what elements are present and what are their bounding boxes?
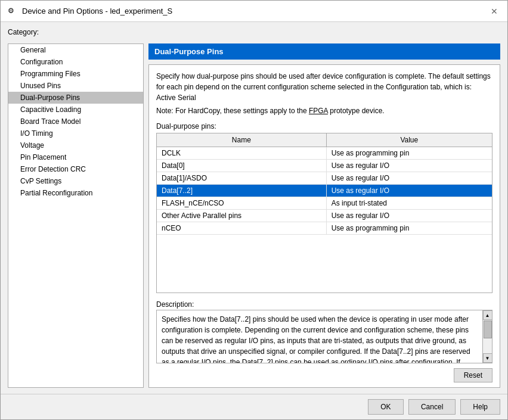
pin-name: Data[7..2] — [157, 185, 326, 197]
col-name: Name — [157, 133, 326, 147]
close-button[interactable]: ✕ — [488, 5, 500, 17]
pin-name: Other Active Parallel pins — [157, 210, 326, 222]
cancel-button[interactable]: Cancel — [408, 399, 456, 415]
description-section: Description: Specifies how the Data[7..2… — [149, 298, 500, 368]
pins-table-body: DCLKUse as programming pinData[0]Use as … — [157, 147, 492, 235]
dialog-body: Category: GeneralConfigurationProgrammin… — [1, 22, 507, 394]
table-row[interactable]: DCLKUse as programming pin — [157, 147, 492, 160]
content-panel: Dual-Purpose Pins Specify how dual-purpo… — [148, 43, 500, 388]
sidebar-item-io-timing[interactable]: I/O Timing — [8, 127, 143, 139]
dialog-footer: OK Cancel Help — [1, 394, 507, 419]
sidebar-item-voltage[interactable]: Voltage — [8, 139, 143, 151]
pin-value: Use as regular I/O — [326, 185, 492, 197]
dialog-title: Device and Pin Options - led_experiment_… — [22, 7, 172, 15]
table-row[interactable]: Data[0]Use as regular I/O — [157, 160, 492, 172]
description-text: Specifies how the Data[7..2] pins should… — [157, 310, 482, 363]
pin-value: Use as regular I/O — [326, 172, 492, 185]
table-row[interactable]: Data[7..2]Use as regular I/O — [157, 185, 492, 197]
pin-value: Use as regular I/O — [326, 160, 492, 172]
scrollbar-up-button[interactable]: ▲ — [483, 310, 492, 320]
sidebar-item-programming-files[interactable]: Programming Files — [8, 68, 143, 80]
pin-name: DCLK — [157, 147, 326, 160]
sidebar-item-dual-purpose-pins[interactable]: Dual-Purpose Pins — [8, 92, 143, 104]
fpga-link: FPGA — [309, 107, 328, 115]
scrollbar-down-button[interactable]: ▼ — [483, 353, 492, 363]
col-value: Value — [326, 133, 492, 147]
pin-value: Use as regular I/O — [326, 210, 492, 222]
pin-value: Use as programming pin — [326, 222, 492, 235]
table-row[interactable]: FLASH_nCE/nCSOAs input tri-stated — [157, 197, 492, 210]
reset-button[interactable]: Reset — [454, 368, 492, 382]
pins-table-container: Name Value DCLKUse as programming pinDat… — [156, 133, 492, 293]
main-content: GeneralConfigurationProgramming FilesUnu… — [8, 43, 500, 388]
description-scrollbar[interactable]: ▲ ▼ — [482, 310, 492, 363]
table-header-row: Name Value — [157, 133, 492, 147]
pin-name: FLASH_nCE/nCSO — [157, 197, 326, 210]
sidebar-item-general[interactable]: General — [8, 44, 143, 56]
pins-table: Name Value DCLKUse as programming pinDat… — [157, 133, 492, 235]
dialog: ⚙ Device and Pin Options - led_experimen… — [0, 0, 508, 420]
pin-name: Data[1]/ASDO — [157, 172, 326, 185]
panel-note: Note: For HardCopy, these settings apply… — [149, 107, 500, 120]
sidebar-item-pin-placement[interactable]: Pin Placement — [8, 151, 143, 163]
panel-body: Specify how dual-purpose pins should be … — [148, 64, 500, 388]
dual-purpose-label: Dual-purpose pins: — [149, 120, 500, 133]
sidebar-item-error-detection-crc[interactable]: Error Detection CRC — [8, 163, 143, 175]
category-label: Category: — [8, 28, 500, 36]
help-button[interactable]: Help — [460, 399, 500, 415]
app-icon: ⚙ — [8, 7, 17, 16]
sidebar-item-configuration[interactable]: Configuration — [8, 56, 143, 68]
sidebar: GeneralConfigurationProgramming FilesUnu… — [8, 43, 144, 388]
scrollbar-track — [483, 320, 492, 353]
sidebar-item-unused-pins[interactable]: Unused Pins — [8, 80, 143, 92]
sidebar-item-board-trace-model[interactable]: Board Trace Model — [8, 116, 143, 127]
pin-name: Data[0] — [157, 160, 326, 172]
title-bar: ⚙ Device and Pin Options - led_experimen… — [1, 1, 507, 22]
table-row[interactable]: nCEOUse as programming pin — [157, 222, 492, 235]
sidebar-item-cvp-settings[interactable]: CvP Settings — [8, 175, 143, 187]
panel-header: Dual-Purpose Pins — [148, 43, 500, 60]
description-box: Specifies how the Data[7..2] pins should… — [156, 310, 492, 363]
pin-value: Use as programming pin — [326, 147, 492, 160]
pin-value: As input tri-stated — [326, 197, 492, 210]
sidebar-item-partial-reconfiguration[interactable]: Partial Reconfiguration — [8, 187, 143, 199]
table-row[interactable]: Other Active Parallel pinsUse as regular… — [157, 210, 492, 222]
reset-row: Reset — [149, 368, 500, 387]
table-row[interactable]: Data[1]/ASDOUse as regular I/O — [157, 172, 492, 185]
ok-button[interactable]: OK — [368, 399, 404, 415]
sidebar-item-capacitive-loading[interactable]: Capacitive Loading — [8, 104, 143, 116]
pin-name: nCEO — [157, 222, 326, 235]
scrollbar-thumb[interactable] — [484, 321, 492, 338]
panel-description: Specify how dual-purpose pins should be … — [149, 65, 500, 107]
description-label: Description: — [149, 298, 500, 310]
